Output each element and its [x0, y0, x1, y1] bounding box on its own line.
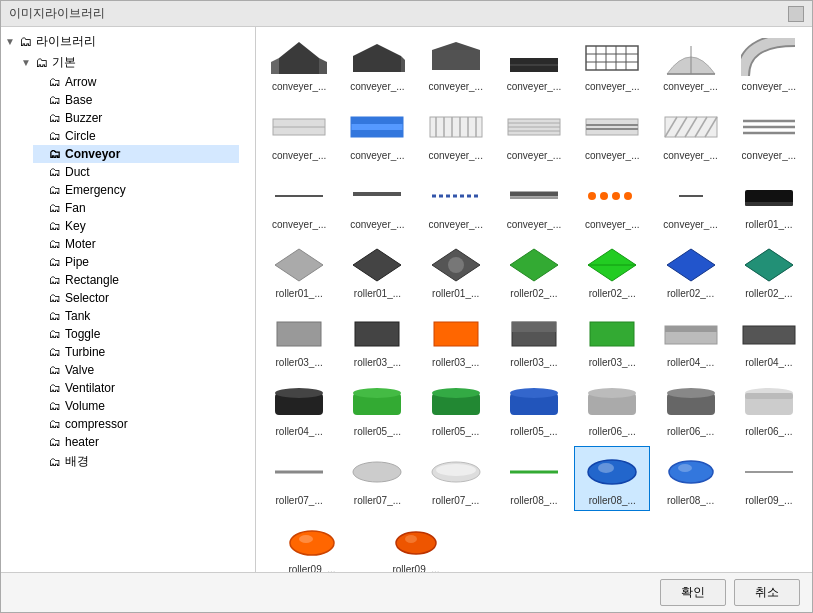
sidebar-item-emergency[interactable]: 🗂 Emergency: [33, 181, 239, 199]
sidebar-item-pipe[interactable]: 🗂 Pipe: [33, 253, 239, 271]
svg-point-100: [678, 464, 692, 472]
sidebar-item-turbine[interactable]: 🗂 Turbine: [33, 343, 239, 361]
grid-item[interactable]: conveyer_...: [574, 101, 650, 166]
grid-item[interactable]: roller04_...: [731, 308, 807, 373]
item-label: conveyer_...: [742, 150, 796, 161]
grid-item[interactable]: roller09_...: [365, 515, 467, 572]
folder-icon: 🗂: [49, 75, 61, 89]
grid-item[interactable]: roller05_...: [418, 377, 494, 442]
sidebar-item-tank[interactable]: 🗂 Tank: [33, 307, 239, 325]
grid-item[interactable]: conveyer_...: [496, 101, 572, 166]
item-label: roller06_...: [745, 426, 792, 437]
cancel-button[interactable]: 취소: [734, 579, 800, 606]
grid-item[interactable]: roller08_...: [496, 446, 572, 511]
item-label: roller04_...: [276, 426, 323, 437]
folder-icon: 🗂: [49, 255, 61, 269]
item-label: roller03_...: [510, 357, 557, 368]
sidebar-item-volume[interactable]: 🗂 Volume: [33, 397, 239, 415]
grid-item[interactable]: roller04_...: [261, 377, 337, 442]
grid-item[interactable]: conveyer_...: [261, 101, 337, 166]
grid-item[interactable]: roller06_...: [574, 377, 650, 442]
sidebar-item-배경[interactable]: 🗂 배경: [33, 451, 239, 472]
grid-item[interactable]: roller01_...: [339, 239, 415, 304]
svg-rect-73: [590, 322, 634, 346]
sidebar-item-circle[interactable]: 🗂 Circle: [33, 127, 239, 145]
sidebar-item-buzzer[interactable]: 🗂 Buzzer: [33, 109, 239, 127]
svg-point-54: [624, 192, 632, 200]
tree-root[interactable]: ▼ 🗂 라이브러리: [1, 31, 239, 52]
grid-item[interactable]: roller07_...: [261, 446, 337, 511]
grid-item[interactable]: roller06_...: [731, 377, 807, 442]
grid-item[interactable]: roller01_...: [418, 239, 494, 304]
grid-item[interactable]: conveyer_...: [574, 170, 650, 235]
grid-item[interactable]: conveyer_...: [418, 101, 494, 166]
grid-item[interactable]: roller06_...: [652, 377, 728, 442]
grid-item[interactable]: roller09_...: [731, 446, 807, 511]
grid-item[interactable]: roller03_...: [496, 308, 572, 373]
sidebar-item-toggle[interactable]: 🗂 Toggle: [33, 325, 239, 343]
sidebar-item-key[interactable]: 🗂 Key: [33, 217, 239, 235]
grid-item[interactable]: roller02_...: [652, 239, 728, 304]
grid-item[interactable]: roller04_...: [652, 308, 728, 373]
grid-item[interactable]: roller01_...: [731, 170, 807, 235]
sidebar-item-base[interactable]: 🗂 Base: [33, 91, 239, 109]
grid-item[interactable]: conveyer_...: [261, 170, 337, 235]
grid-item[interactable]: roller08_...: [652, 446, 728, 511]
grid-item[interactable]: roller03_...: [418, 308, 494, 373]
sidebar-item-compressor[interactable]: 🗂 compressor: [33, 415, 239, 433]
item-image: [662, 175, 720, 217]
grid-item[interactable]: conveyer_...: [731, 32, 807, 97]
sidebar-item-fan[interactable]: 🗂 Fan: [33, 199, 239, 217]
grid-item[interactable]: conveyer_...: [418, 170, 494, 235]
item-image: [740, 37, 798, 79]
grid-item[interactable]: roller09_...: [261, 515, 363, 572]
sidebar-item-conveyor[interactable]: 🗂 Conveyor: [33, 145, 239, 163]
grid-item[interactable]: roller03_...: [339, 308, 415, 373]
grid-item[interactable]: conveyer_...: [339, 32, 415, 97]
svg-point-97: [588, 460, 636, 484]
grid-item[interactable]: conveyer_...: [652, 101, 728, 166]
grid-item[interactable]: conveyer_...: [339, 170, 415, 235]
grid-item[interactable]: conveyer_...: [339, 101, 415, 166]
item-image: [505, 37, 563, 79]
grid-item[interactable]: conveyer_...: [496, 170, 572, 235]
grid-item[interactable]: conveyer_...: [652, 32, 728, 97]
grid-item[interactable]: roller03_...: [574, 308, 650, 373]
grid-item[interactable]: roller05_...: [339, 377, 415, 442]
sidebar-item-label: Toggle: [65, 327, 100, 341]
grid-item[interactable]: conveyer_...: [731, 101, 807, 166]
grid-item[interactable]: roller02_...: [574, 239, 650, 304]
item-label: roller02_...: [745, 288, 792, 299]
sidebar-item-duct[interactable]: 🗂 Duct: [33, 163, 239, 181]
grid-item[interactable]: roller08_...: [574, 446, 650, 511]
grid-item[interactable]: roller01_...: [261, 239, 337, 304]
grid-panel[interactable]: conveyer_... conveyer_... conveyer_... c…: [256, 27, 812, 572]
sidebar-item-ventilator[interactable]: 🗂 Ventilator: [33, 379, 239, 397]
sidebar-item-rectangle[interactable]: 🗂 Rectangle: [33, 271, 239, 289]
sidebar-item-selector[interactable]: 🗂 Selector: [33, 289, 239, 307]
grid-item[interactable]: conveyer_...: [261, 32, 337, 97]
grid-item[interactable]: conveyer_...: [652, 170, 728, 235]
root-label: 라이브러리: [36, 33, 96, 50]
sidebar-item-label: Key: [65, 219, 86, 233]
confirm-button[interactable]: 확인: [660, 579, 726, 606]
close-button[interactable]: [788, 6, 804, 22]
tree-panel[interactable]: ▼ 🗂 라이브러리 ▼ 🗂 기본 🗂 Arrow 🗂 Base: [1, 27, 256, 572]
grid-item[interactable]: roller02_...: [731, 239, 807, 304]
grid-item[interactable]: roller07_...: [418, 446, 494, 511]
sidebar-item-valve[interactable]: 🗂 Valve: [33, 361, 239, 379]
sidebar-item-moter[interactable]: 🗂 Moter: [33, 235, 239, 253]
grid-item[interactable]: roller02_...: [496, 239, 572, 304]
grid-item[interactable]: conveyer_...: [574, 32, 650, 97]
grid-item[interactable]: conveyer_...: [496, 32, 572, 97]
sidebar-item-arrow[interactable]: 🗂 Arrow: [33, 73, 239, 91]
sidebar-item-heater[interactable]: 🗂 heater: [33, 433, 239, 451]
grid-item[interactable]: conveyer_...: [418, 32, 494, 97]
grid-item[interactable]: roller07_...: [339, 446, 415, 511]
grid-item[interactable]: roller03_...: [261, 308, 337, 373]
grid-item[interactable]: roller05_...: [496, 377, 572, 442]
tree-group[interactable]: ▼ 🗂 기본: [17, 52, 239, 73]
tree-root-children: ▼ 🗂 기본 🗂 Arrow 🗂 Base 🗂 Buzzer 🗂 Circle …: [17, 52, 239, 472]
svg-marker-2: [271, 58, 279, 74]
item-image: [348, 37, 406, 79]
